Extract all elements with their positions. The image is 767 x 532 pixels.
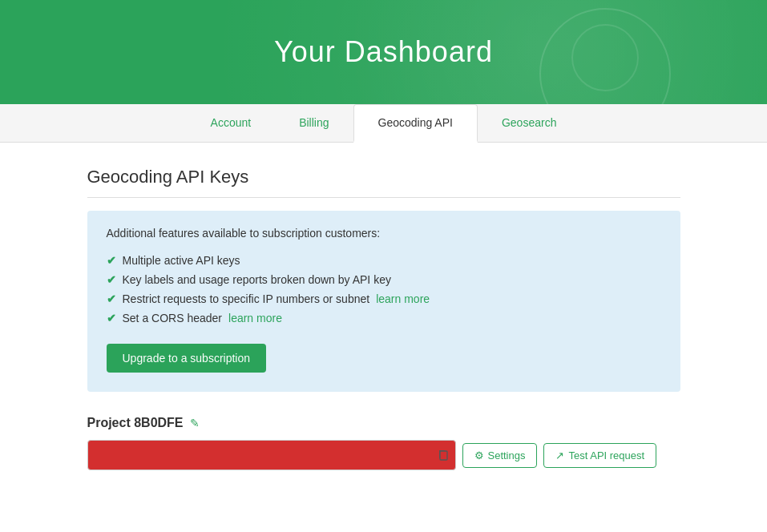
tab-billing[interactable]: Billing: [275, 104, 353, 143]
settings-button[interactable]: ⚙ Settings: [462, 443, 538, 468]
learn-more-link-cors[interactable]: learn more: [228, 312, 282, 324]
hero-title: Your Dashboard: [274, 35, 493, 69]
info-box-title: Additional features available to subscri…: [107, 227, 661, 240]
feature-item-1: ✔ Multiple active API keys: [107, 251, 661, 270]
svg-rect-0: [440, 451, 447, 460]
learn-more-link-ip[interactable]: learn more: [376, 292, 430, 305]
section-title: Geocoding API Keys: [87, 167, 680, 198]
edit-icon[interactable]: ✎: [190, 417, 200, 429]
check-icon-3: ✔: [107, 292, 116, 305]
main-content: Geocoding API Keys Additional features a…: [71, 143, 696, 494]
tab-geocoding-api[interactable]: Geocoding API: [353, 104, 478, 143]
api-key-input-wrapper: [87, 440, 456, 470]
upgrade-button[interactable]: Upgrade to a subscription: [107, 344, 267, 373]
feature-item-3: ✔ Restrict requests to specific IP numbe…: [107, 289, 661, 308]
check-icon-1: ✔: [107, 254, 116, 267]
project-header: Project 8B0DFE ✎: [87, 416, 680, 430]
check-icon-2: ✔: [107, 273, 116, 286]
api-key-row: ⚙ Settings ↗ Test API request: [87, 440, 680, 470]
check-icon-4: ✔: [107, 312, 116, 324]
subscription-info-box: Additional features available to subscri…: [87, 211, 680, 392]
nav-tabs: Account Billing Geocoding API Geosearch: [0, 104, 767, 143]
project-section: Project 8B0DFE ✎ ⚙ Settings ↗ Test API: [87, 416, 680, 470]
copy-api-key-button[interactable]: [435, 446, 451, 465]
tab-account[interactable]: Account: [187, 104, 276, 143]
tab-geosearch[interactable]: Geosearch: [478, 104, 580, 143]
project-name: Project 8B0DFE: [87, 416, 184, 430]
feature-list: ✔ Multiple active API keys ✔ Key labels …: [107, 251, 661, 328]
feature-item-4: ✔ Set a CORS header learn more: [107, 308, 661, 328]
gear-icon: ⚙: [474, 449, 484, 461]
test-api-request-button[interactable]: ↗ Test API request: [543, 443, 656, 468]
api-key-input[interactable]: [87, 440, 456, 470]
hero-banner: Your Dashboard: [0, 0, 767, 104]
external-link-icon: ↗: [555, 449, 564, 461]
feature-item-2: ✔ Key labels and usage reports broken do…: [107, 270, 661, 289]
